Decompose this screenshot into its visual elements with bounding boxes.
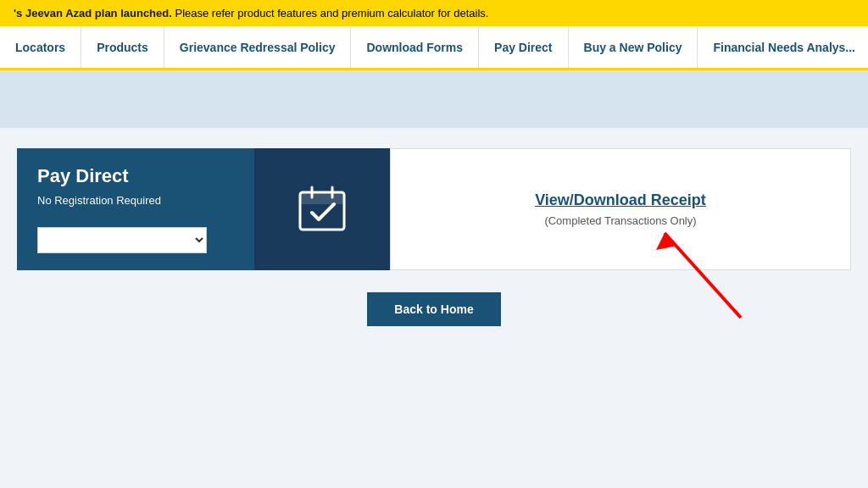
- dropdown-wrapper[interactable]: [37, 227, 234, 253]
- nav-item-download-forms[interactable]: Download Forms: [351, 26, 479, 68]
- calendar-icon: [295, 182, 349, 236]
- cards-row: Pay Direct No Registration Required: [17, 148, 851, 270]
- announcement-bar: 's Jeevan Azad plan launched. Please ref…: [0, 0, 868, 26]
- pay-direct-title: Pay Direct: [37, 165, 234, 187]
- nav-item-grievance[interactable]: Grievance Redressal Policy: [164, 26, 352, 68]
- pay-direct-card: Pay Direct No Registration Required: [17, 148, 254, 270]
- nav-item-pay-direct[interactable]: Pay Direct: [479, 26, 568, 68]
- nav-item-locators[interactable]: Locators: [0, 26, 81, 68]
- hero-banner: [0, 70, 868, 128]
- receipt-subtext: (Completed Transactions Only): [544, 214, 696, 227]
- nav-item-products[interactable]: Products: [81, 26, 164, 68]
- announcement-highlight: 's Jeevan Azad plan launched.: [14, 7, 172, 19]
- main-content: Pay Direct No Registration Required: [0, 128, 868, 363]
- pay-direct-subtitle: No Registration Required: [37, 194, 234, 207]
- content-section: Pay Direct No Registration Required: [17, 148, 851, 270]
- receipt-card: View/Download Receipt (Completed Transac…: [390, 148, 851, 270]
- calendar-icon-wrapper: [295, 182, 349, 236]
- nav-bar: Locators Products Grievance Redressal Po…: [0, 26, 868, 70]
- announcement-message: Please refer product features and premiu…: [175, 7, 488, 19]
- policy-dropdown[interactable]: [37, 227, 207, 253]
- back-to-home-button[interactable]: Back to Home: [367, 292, 500, 326]
- receipt-link[interactable]: View/Download Receipt: [535, 191, 706, 209]
- nav-item-financial[interactable]: Financial Needs Analys...: [698, 26, 868, 68]
- svg-rect-1: [300, 192, 344, 204]
- bottom-row: Back to Home: [17, 284, 851, 343]
- nav-item-buy-policy[interactable]: Buy a New Policy: [569, 26, 698, 68]
- calendar-card: [254, 148, 390, 270]
